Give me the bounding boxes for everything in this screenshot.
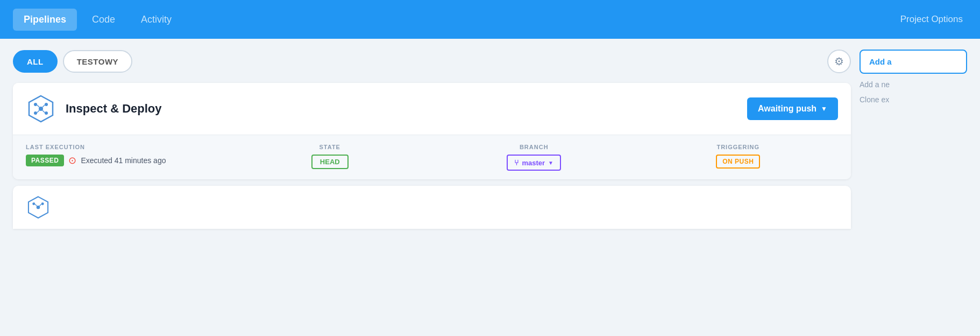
- left-panel: ALL TESTOWY ⚙: [13, 50, 851, 325]
- triggering-content: ON PUSH: [716, 155, 760, 169]
- svg-line-8: [42, 110, 45, 113]
- filter-testowy-button[interactable]: TESTOWY: [63, 50, 132, 73]
- svg-line-7: [37, 110, 39, 113]
- state-label: STATE: [319, 144, 340, 150]
- on-push-badge: ON PUSH: [716, 155, 760, 169]
- last-execution-content: PASSED ⊙ Executed 41 minutes ago: [26, 155, 226, 166]
- last-execution-label: LAST EXECUTION: [26, 144, 226, 150]
- branch-badge[interactable]: ⑂ master ▼: [507, 155, 561, 171]
- top-navigation: Pipelines Code Activity Project Options: [0, 0, 980, 39]
- tab-code[interactable]: Code: [81, 9, 126, 31]
- filter-all-button[interactable]: ALL: [13, 50, 58, 73]
- pipeline-card-header: Inspect & Deploy Awaiting push ▼: [13, 83, 851, 135]
- tab-activity[interactable]: Activity: [130, 9, 182, 31]
- svg-point-9: [37, 206, 40, 209]
- project-options-link[interactable]: Project Options: [900, 14, 963, 25]
- svg-point-10: [32, 202, 35, 205]
- pipeline-icon: [26, 94, 56, 124]
- chevron-down-icon: ▼: [821, 105, 827, 113]
- head-badge: HEAD: [311, 155, 349, 169]
- awaiting-push-button[interactable]: Awaiting push ▼: [747, 97, 838, 120]
- svg-line-6: [42, 105, 45, 107]
- triggering-section: TRIGGERING ON PUSH: [638, 144, 839, 171]
- nav-tabs: Pipelines Code Activity: [13, 9, 182, 31]
- state-section: STATE HEAD: [230, 144, 430, 171]
- add-pipeline-label: Add a: [869, 57, 892, 66]
- passed-badge: PASSED: [26, 155, 64, 166]
- right-panel: Add a Add a ne Clone ex: [860, 50, 967, 325]
- execution-time: Executed 41 minutes ago: [81, 156, 166, 165]
- main-content: ALL TESTOWY ⚙: [0, 39, 980, 336]
- pipeline-icon-2: [26, 195, 51, 220]
- pipeline-name: Inspect & Deploy: [66, 102, 161, 116]
- svg-point-11: [41, 202, 44, 205]
- branch-label: BRANCH: [520, 144, 549, 150]
- pipeline-title-group: Inspect & Deploy: [26, 94, 161, 124]
- svg-point-3: [34, 111, 37, 115]
- state-content: HEAD: [311, 155, 349, 169]
- add-pipeline-button[interactable]: Add a: [860, 50, 967, 74]
- svg-point-4: [45, 111, 48, 115]
- svg-line-5: [37, 105, 39, 107]
- tab-pipelines[interactable]: Pipelines: [13, 9, 77, 31]
- svg-point-1: [34, 103, 37, 106]
- pipeline-card-partial: [13, 186, 851, 229]
- filter-buttons: ALL TESTOWY: [13, 50, 132, 73]
- clone-description-text: Clone ex: [860, 95, 967, 104]
- svg-line-13: [39, 204, 41, 206]
- branch-icon: ⑂: [514, 158, 519, 167]
- svg-line-12: [35, 204, 37, 206]
- pipeline-card-footer: LAST EXECUTION PASSED ⊙ Executed 41 minu…: [13, 135, 851, 179]
- svg-point-2: [45, 103, 48, 106]
- awaiting-push-label: Awaiting push: [758, 104, 816, 114]
- warning-icon: ⊙: [68, 155, 76, 166]
- branch-chevron-icon: ▼: [548, 160, 553, 166]
- branch-section: BRANCH ⑂ master ▼: [434, 144, 634, 171]
- svg-point-0: [39, 107, 43, 111]
- filter-bar: ALL TESTOWY ⚙: [13, 50, 851, 73]
- gear-icon: ⚙: [834, 55, 844, 68]
- pipeline-card: Inspect & Deploy Awaiting push ▼ LAST EX…: [13, 83, 851, 179]
- last-execution-section: LAST EXECUTION PASSED ⊙ Executed 41 minu…: [26, 144, 226, 171]
- add-description-text: Add a ne: [860, 80, 967, 89]
- branch-name: master: [522, 159, 545, 167]
- triggering-label: TRIGGERING: [716, 144, 759, 150]
- settings-button[interactable]: ⚙: [827, 50, 851, 73]
- branch-content: ⑂ master ▼: [507, 155, 561, 171]
